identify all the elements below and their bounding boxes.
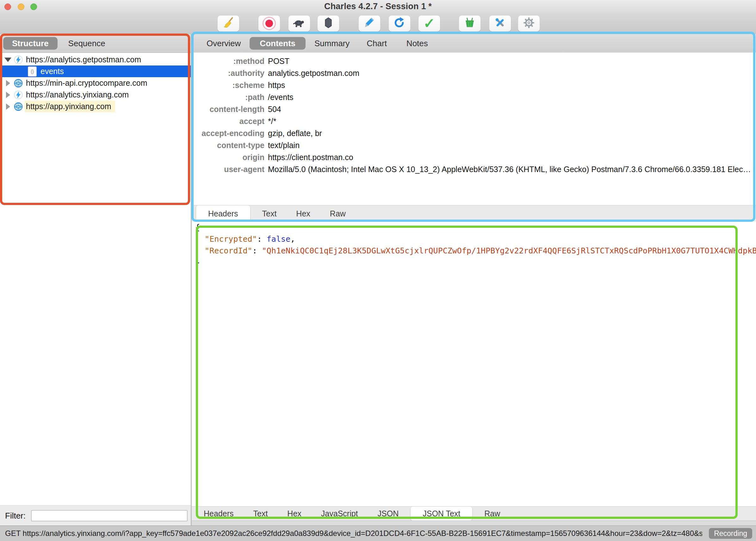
globe-host-icon [14,102,23,111]
compose-button[interactable] [358,15,381,32]
header-name: content-length [192,103,264,115]
clear-session-button[interactable] [217,15,239,32]
request-tab-hex[interactable]: Hex [288,205,318,222]
throttle-turtle-icon [293,17,305,30]
header-row: originhttps://client.postman.co [192,151,756,163]
json-line-recordid: "RecordId": "Qh1eNkiQC0C1qEj28L3K5DGLwXt… [192,245,756,257]
basket-icon [464,17,476,30]
response-subtabs: Headers Text Hex JavaScript JSON JSON Te… [192,506,756,521]
request-tab-raw[interactable]: Raw [322,205,353,222]
globe-host-icon [14,79,23,88]
sidebar: Structure Sequence https://analytics.get… [0,34,191,526]
header-value: */* [268,117,276,126]
basket-button[interactable] [459,15,481,32]
header-row: accept*/* [192,115,756,127]
tree-row-analytics-getpostman[interactable]: https://analytics.getpostman.com [0,54,191,66]
json-document-icon: {} [28,66,37,77]
validate-button[interactable]: ✓ [418,15,440,32]
response-tab-json-text[interactable]: JSON Text [411,506,472,521]
repeat-refresh-icon [394,17,406,30]
response-tab-text[interactable]: Text [246,506,275,521]
response-tab-hex[interactable]: Hex [280,506,309,521]
charles-window: Charles 4.2.7 - Session 1 * ✓ [0,0,756,541]
broom-clear-icon [222,17,234,30]
status-bar: GET https://analytics.yinxiang.com/i?app… [0,525,756,541]
status-request-url: GET https://analytics.yinxiang.com/i?app… [5,526,702,541]
header-row: :methodPOST [192,55,756,67]
response-tab-headers[interactable]: Headers [196,506,241,521]
breakpoints-button[interactable] [317,15,339,32]
header-name: content-type [192,139,264,151]
request-tab-headers[interactable]: Headers [196,205,250,222]
header-row: :path/events [192,91,756,103]
header-row: :schemehttps [192,79,756,91]
tree-row-label: events [41,67,64,76]
lightning-host-icon [14,91,23,99]
breakpoints-hexagon-icon [322,17,334,30]
json-brace-open: { [192,222,756,233]
settings-button[interactable] [518,15,540,32]
toolbar: ✓ [0,12,756,35]
tree-row-label: https://analytics.yinxiang.com [26,90,129,99]
header-value: text/plain [268,141,299,150]
tab-summary[interactable]: Summary [314,34,350,53]
header-row: content-length504 [192,103,756,115]
header-name: :scheme [192,79,264,91]
tree-row-min-api-cryptocompare[interactable]: https://min-api.cryptocompare.com [0,77,191,89]
header-row: :authorityanalytics.getpostman.com [192,67,756,79]
sidebar-tabstrip: Structure Sequence [0,34,191,53]
tree-row-analytics-yinxiang[interactable]: https://analytics.yinxiang.com [0,89,191,101]
header-name: accept [192,115,264,127]
settings-gear-icon [523,17,535,30]
json-key: "RecordId" [205,246,252,255]
filter-input[interactable] [31,510,188,521]
response-json-body: { "Encrypted": false, "RecordId": "Qh1eN… [192,222,756,506]
request-tab-text[interactable]: Text [255,205,284,222]
repeat-button[interactable] [388,15,411,32]
header-row: accept-encodinggzip, deflate, br [192,127,756,139]
lightning-host-icon [14,55,23,64]
header-name: user-agent [192,163,264,175]
tab-structure[interactable]: Structure [3,37,58,50]
request-subtabs: Headers Text Hex Raw [192,205,756,222]
response-tab-json[interactable]: JSON [370,506,406,521]
tree-row-events[interactable]: {} events [0,66,191,77]
tools-button[interactable] [489,15,511,32]
validate-check-icon: ✓ [424,16,435,30]
header-name: accept-encoding [192,127,264,139]
content-panel: Overview Contents Summary Chart Notes :m… [192,34,756,526]
tab-contents[interactable]: Contents [249,37,305,50]
disclosure-collapsed-icon[interactable] [3,80,13,86]
json-brace-close: } [192,257,756,268]
recording-badge: Recording [709,528,752,539]
tools-icon [494,17,506,30]
tree-row-label: https://min-api.cryptocompare.com [26,79,147,88]
window-title: Charles 4.2.7 - Session 1 * [0,0,756,12]
disclosure-expanded-icon[interactable] [3,58,13,62]
tab-notes[interactable]: Notes [406,34,428,53]
header-value: /events [268,93,293,102]
response-tab-javascript[interactable]: JavaScript [313,506,366,521]
throttle-button[interactable] [288,15,310,32]
header-name: origin [192,151,264,163]
response-tab-raw[interactable]: Raw [477,506,508,521]
header-name: :path [192,91,264,103]
header-value: Mozilla/5.0 (Macintosh; Intel Mac OS X 1… [268,165,751,174]
disclosure-collapsed-icon[interactable] [3,104,13,110]
titlebar: Charles 4.2.7 - Session 1 * [0,0,756,12]
filter-bar: Filter: [0,505,191,526]
tab-chart[interactable]: Chart [367,34,387,53]
header-name: :method [192,55,264,67]
header-row: user-agentMozilla/5.0 (Macintosh; Intel … [192,163,756,175]
record-button[interactable] [258,15,280,32]
disclosure-collapsed-icon[interactable] [3,92,13,98]
tab-overview[interactable]: Overview [206,34,241,53]
host-tree: https://analytics.getpostman.com {} even… [0,53,191,112]
tree-row-app-yinxiang[interactable]: https://app.yinxiang.com [0,101,191,112]
tab-sequence[interactable]: Sequence [68,34,105,53]
request-headers-table: :methodPOST :authorityanalytics.getpostm… [192,53,756,208]
header-value: gzip, deflate, br [268,129,322,138]
json-line-encrypted: "Encrypted": false, [192,233,756,245]
content-tabstrip: Overview Contents Summary Chart Notes [192,34,756,53]
header-value: POST [268,57,289,66]
